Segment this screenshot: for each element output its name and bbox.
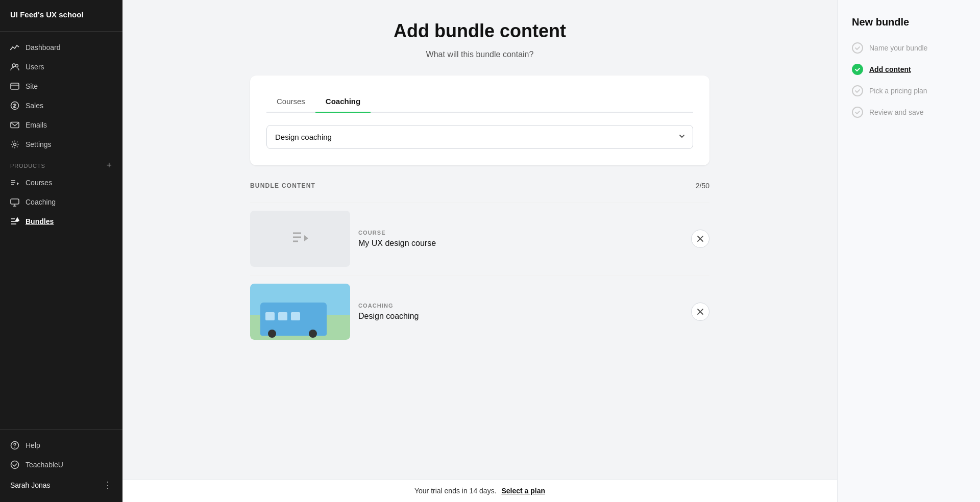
sidebar-item-emails[interactable]: Emails [0, 115, 122, 135]
app-name: UI Feed's UX school [10, 10, 84, 19]
step-list: Name your bundle Add content Pick a pric… [852, 42, 966, 118]
sidebar-item-courses[interactable]: Courses [0, 173, 122, 192]
sidebar-item-dashboard[interactable]: Dashboard [0, 38, 122, 57]
remove-item-button[interactable] [691, 230, 709, 248]
bundle-content-label: BUNDLE CONTENT [250, 182, 315, 189]
right-panel-title: New bundle [852, 16, 966, 28]
svg-rect-11 [11, 199, 19, 204]
bundle-item-name: Design coaching [358, 312, 683, 321]
step-item-name: Name your bundle [852, 42, 966, 54]
svg-point-7 [14, 143, 16, 146]
bundle-item-type: COURSE [358, 230, 683, 236]
courses-placeholder-icon [291, 228, 309, 250]
courses-icon [10, 178, 19, 187]
sidebar-label: Coaching [26, 198, 56, 206]
sidebar-nav: Dashboard Users Site Sales Emails [0, 32, 122, 429]
sidebar: UI Feed's UX school Dashboard Users Site [0, 0, 122, 502]
svg-point-2 [16, 65, 18, 67]
sidebar-label: Help [26, 441, 40, 449]
bundle-item: COURSE My UX design course [250, 202, 709, 275]
app-logo: UI Feed's UX school [0, 0, 122, 32]
sidebar-label: Site [26, 82, 38, 90]
trial-bar: Your trial ends in 14 days. Select a pla… [122, 479, 837, 502]
step-check-pricing [852, 85, 863, 96]
bundles-icon [10, 217, 19, 226]
sidebar-label: Courses [26, 179, 52, 187]
step-label-name[interactable]: Name your bundle [869, 44, 927, 52]
page-subtitle: What will this bundle contain? [250, 50, 709, 59]
bundle-content-section: BUNDLE CONTENT 2/50 COURSE My UX design … [250, 182, 709, 348]
right-panel: New bundle Name your bundle Add content … [837, 0, 980, 502]
user-name: Sarah Jonas [10, 481, 51, 489]
trial-text: Your trial ends in 14 days. [414, 487, 497, 495]
svg-point-16 [14, 447, 15, 448]
teachableu-icon [10, 460, 19, 469]
bundle-item-name: My UX design course [358, 239, 683, 248]
emails-icon [10, 120, 19, 130]
sidebar-item-sales[interactable]: Sales [0, 96, 122, 115]
step-item-content: Add content [852, 64, 966, 75]
help-icon [10, 441, 19, 450]
remove-item-button[interactable] [691, 303, 709, 321]
settings-icon [10, 140, 19, 149]
svg-point-17 [11, 461, 19, 469]
bundle-content-header: BUNDLE CONTENT 2/50 [250, 182, 709, 194]
chart-icon [10, 43, 19, 52]
main-content: Add bundle content What will this bundle… [122, 0, 837, 502]
tab-coaching[interactable]: Coaching [315, 92, 371, 112]
coaching-dropdown-wrapper: Design coaching [266, 125, 693, 149]
step-check-content [852, 64, 863, 75]
step-item-pricing: Pick a pricing plan [852, 85, 966, 96]
bundle-item-type: COACHING [358, 303, 683, 309]
add-product-icon[interactable]: + [107, 160, 112, 171]
sidebar-label: Settings [26, 140, 52, 148]
step-check-review [852, 107, 863, 118]
bundle-content-count: 2/50 [696, 182, 709, 190]
tab-bar: Courses Coaching [266, 92, 693, 113]
users-icon [10, 62, 19, 71]
user-more-icon[interactable]: ⋮ [103, 480, 112, 491]
sidebar-user: Sarah Jonas ⋮ [0, 474, 122, 496]
coaching-dropdown[interactable]: Design coaching [266, 125, 693, 149]
select-plan-link[interactable]: Select a plan [501, 487, 545, 495]
sidebar-label: TeachableU [26, 461, 63, 469]
coaching-icon [10, 197, 19, 207]
bundle-item: COACHING Design coaching [250, 275, 709, 348]
sidebar-item-coaching[interactable]: Coaching [0, 192, 122, 212]
sidebar-label: Dashboard [26, 43, 61, 52]
page-title: Add bundle content [250, 20, 709, 42]
bundle-item-info: COURSE My UX design course [358, 230, 683, 248]
step-check-name [852, 42, 863, 54]
svg-rect-3 [11, 83, 19, 89]
course-thumbnail [250, 211, 350, 267]
page-area: Add bundle content What will this bundle… [250, 20, 709, 461]
sidebar-item-help[interactable]: Help [0, 436, 122, 455]
sidebar-label: Bundles [26, 217, 54, 225]
step-label-content[interactable]: Add content [869, 65, 911, 73]
products-section: PRODUCTS + [0, 154, 122, 173]
sidebar-item-bundles[interactable]: Bundles [0, 212, 122, 231]
svg-point-1 [12, 64, 15, 67]
step-item-review: Review and save [852, 107, 966, 118]
sidebar-item-settings[interactable]: Settings [0, 135, 122, 154]
step-label-pricing[interactable]: Pick a pricing plan [869, 87, 927, 95]
coaching-thumbnail [250, 284, 350, 340]
sidebar-item-teachableu[interactable]: TeachableU [0, 455, 122, 474]
site-icon [10, 82, 19, 91]
main-area: Add bundle content What will this bundle… [122, 0, 837, 502]
sidebar-footer: Help TeachableU Sarah Jonas ⋮ [0, 429, 122, 502]
sidebar-label: Emails [26, 121, 47, 129]
sidebar-item-site[interactable]: Site [0, 77, 122, 96]
sidebar-label: Sales [26, 102, 43, 110]
sales-icon [10, 101, 19, 110]
bundle-item-info: COACHING Design coaching [358, 303, 683, 321]
content-card: Courses Coaching Design coaching [250, 76, 709, 165]
tab-courses[interactable]: Courses [266, 92, 315, 112]
sidebar-label: Users [26, 63, 44, 71]
sidebar-item-users[interactable]: Users [0, 57, 122, 77]
step-label-review[interactable]: Review and save [869, 108, 924, 116]
